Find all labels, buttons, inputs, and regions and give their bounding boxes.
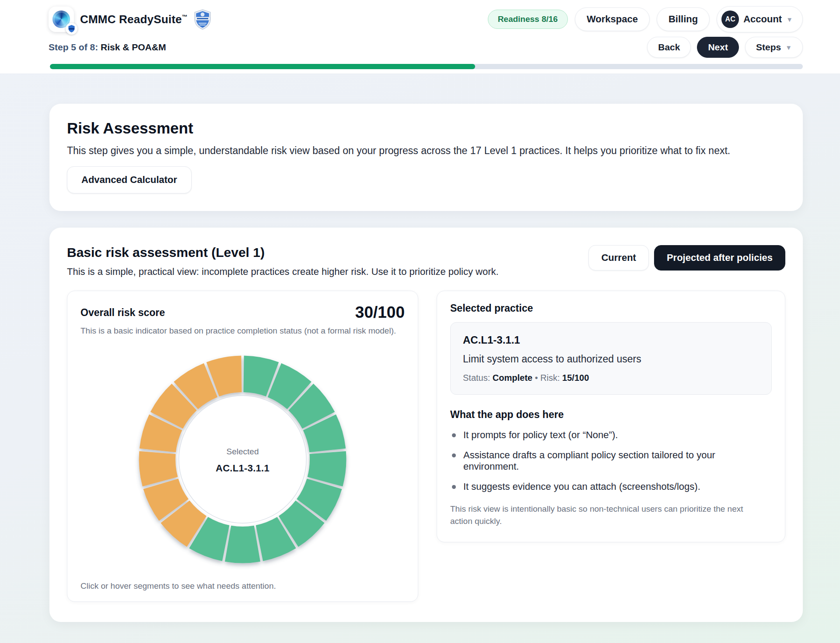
workspace-button[interactable]: Workspace xyxy=(575,7,650,31)
step-progress-fill xyxy=(50,64,475,69)
risk-view-note: This risk view is intentionally basic so… xyxy=(450,503,746,527)
list-item: It prompts for policy text (or “None”). xyxy=(450,429,772,441)
donut-segment[interactable] xyxy=(225,526,260,563)
practice-summary-box: AC.L1-3.1.1 Limit system access to autho… xyxy=(450,322,772,395)
current-view-button[interactable]: Current xyxy=(588,245,648,271)
back-button[interactable]: Back xyxy=(647,37,691,58)
step-title: Step 5 of 8: Risk & POA&M xyxy=(49,42,166,53)
brand: CMMC ReadySuite™ xyxy=(49,7,211,32)
list-item: Assistance drafts a compliant policy sec… xyxy=(450,450,772,472)
steps-label: Steps xyxy=(756,42,781,53)
selected-practice-panel: Selected practice AC.L1-3.1.1 Limit syst… xyxy=(437,291,785,542)
selected-practice-heading: Selected practice xyxy=(450,302,772,314)
basic-risk-assessment-card: Basic risk assessment (Level 1) This is … xyxy=(49,228,803,622)
risk-score-value: 30/100 xyxy=(355,303,405,322)
practice-risk-value: 15/100 xyxy=(562,373,589,383)
view-toggle: Current Projected after policies xyxy=(588,245,785,271)
assessment-title: Basic risk assessment (Level 1) xyxy=(67,245,499,260)
account-button[interactable]: AC Account ▼ xyxy=(717,6,803,32)
assessment-subtitle: This is a simple, practical view: incomp… xyxy=(67,266,499,278)
top-header: CMMC ReadySuite™ Readiness 8/16 Workspac… xyxy=(0,0,840,74)
avatar: AC xyxy=(721,11,739,28)
risk-assessment-intro-card: Risk Assessment This step gives you a si… xyxy=(49,104,803,211)
chevron-down-icon: ▼ xyxy=(785,44,792,51)
cmmc-badge-icon xyxy=(194,9,211,30)
practice-id: AC.L1-3.1.1 xyxy=(463,334,759,346)
donut-hint: Click or hover segments to see what need… xyxy=(80,581,405,591)
practice-name: Limit system access to authorized users xyxy=(463,353,759,365)
step-name: Risk & POA&M xyxy=(101,42,166,52)
what-app-does-heading: What the app does here xyxy=(450,409,772,421)
list-item: It suggests evidence you can attach (scr… xyxy=(450,481,772,492)
step-prefix: Step 5 of 8: xyxy=(49,42,98,52)
chevron-down-icon: ▼ xyxy=(786,16,793,23)
account-label: Account xyxy=(743,14,782,25)
page-title: Risk Assessment xyxy=(67,119,785,137)
risk-donut-chart: Selected AC.L1-3.1.1 xyxy=(132,349,353,572)
donut-center-circle xyxy=(179,396,306,523)
advanced-calculator-button[interactable]: Advanced Calculator xyxy=(67,166,192,193)
app-logo xyxy=(49,7,74,32)
intro-description: This step gives you a simple, understand… xyxy=(67,145,785,157)
step-progress-track xyxy=(50,64,803,69)
practice-status-value: Complete xyxy=(493,373,532,383)
steps-button[interactable]: Steps ▼ xyxy=(745,37,803,58)
score-heading: Overall risk score xyxy=(80,303,165,319)
next-button[interactable]: Next xyxy=(697,37,739,58)
practice-status-line: Status: Complete • Risk: 15/100 xyxy=(463,373,759,383)
app-behavior-list: It prompts for policy text (or “None”). … xyxy=(450,429,772,492)
score-caption: This is a basic indicator based on pract… xyxy=(80,326,405,336)
readiness-badge: Readiness 8/16 xyxy=(488,10,568,29)
projected-view-button[interactable]: Projected after policies xyxy=(654,245,785,271)
app-title: CMMC ReadySuite™ xyxy=(80,13,188,26)
logo-shield-badge-icon xyxy=(66,23,77,35)
overall-risk-score-panel: Overall risk score 30/100 This is a basi… xyxy=(67,291,418,602)
risk-donut-svg xyxy=(132,349,353,570)
billing-button[interactable]: Billing xyxy=(657,7,710,31)
